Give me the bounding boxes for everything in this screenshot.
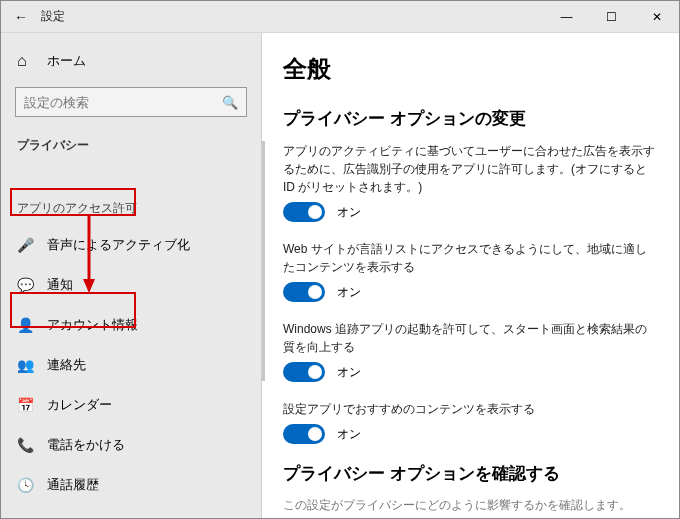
nav-phone[interactable]: 📞 電話をかける [1,425,261,465]
back-button[interactable]: ← [1,9,41,25]
toggle-label: オン [337,426,361,443]
nav-voice-activation[interactable]: 🎤 音声によるアクティブ化 [1,225,261,265]
toggle-row: オン [283,424,657,444]
toggle-row: オン [283,202,657,222]
close-button[interactable]: ✕ [634,1,679,33]
nav-label: アカウント情報 [47,316,138,334]
nav-label: 電話をかける [47,436,125,454]
history-icon: 🕓 [17,477,33,493]
option-desc: Web サイトが言語リストにアクセスできるようにして、地域に適したコンテンツを表… [283,240,657,276]
search-input[interactable] [24,95,222,110]
window-title: 設定 [41,8,65,25]
nav-mail[interactable]: ✉ メール [1,505,261,519]
sidebar-subhead: アプリのアクセス許可 [1,192,261,225]
search-box[interactable]: 🔍 [15,87,247,117]
toggle-suggested-content[interactable] [283,424,325,444]
nav-contacts[interactable]: 👥 連絡先 [1,345,261,385]
nav-notifications[interactable]: 💬 通知 [1,265,261,305]
search-icon: 🔍 [222,95,238,110]
option-desc: Windows 追跡アプリの起動を許可して、スタート画面と検索結果の質を向上する [283,320,657,356]
toggle-row: オン [283,362,657,382]
option-desc: 設定アプリでおすすめのコンテンツを表示する [283,400,657,418]
nav-account-info[interactable]: 👤 アカウント情報 [1,305,261,345]
toggle-app-launch-tracking[interactable] [283,362,325,382]
nav-call-history[interactable]: 🕓 通話履歴 [1,465,261,505]
toggle-row: オン [283,282,657,302]
page-heading: 全般 [283,53,657,85]
home-icon: ⌂ [17,52,33,70]
maximize-button[interactable]: ☐ [589,1,634,33]
account-icon: 👤 [17,317,33,333]
nav-label: 通知 [47,276,73,294]
notification-icon: 💬 [17,277,33,293]
nav-label: 音声によるアクティブ化 [47,236,190,254]
nav-calendar[interactable]: 📅 カレンダー [1,385,261,425]
calendar-icon: 📅 [17,397,33,413]
toggle-language-list[interactable] [283,282,325,302]
scrollbar[interactable] [262,141,265,381]
microphone-icon: 🎤 [17,237,33,253]
contacts-icon: 👥 [17,357,33,373]
section-title: プライバシー オプションを確認する [283,462,657,485]
sidebar-section: プライバシー [1,125,261,164]
toggle-label: オン [337,204,361,221]
toggle-ads-id[interactable] [283,202,325,222]
home-label: ホーム [47,52,86,70]
section-subtext: この設定がプライバシーにどのように影響するかを確認します。 [283,497,657,514]
nav-label: カレンダー [47,396,112,414]
minimize-button[interactable]: — [544,1,589,33]
nav-label: 通話履歴 [47,476,99,494]
main-panel: 全般 プライバシー オプションの変更 アプリのアクティビティに基づいてユーザーに… [261,33,679,518]
nav-label: 連絡先 [47,356,86,374]
home-nav[interactable]: ⌂ ホーム [1,43,261,79]
section-title: プライバシー オプションの変更 [283,107,657,130]
sidebar: ⌂ ホーム 🔍 プライバシー アプリのアクセス許可 🎤 音声によるアクティブ化 … [1,33,261,518]
toggle-label: オン [337,284,361,301]
phone-icon: 📞 [17,437,33,453]
toggle-label: オン [337,364,361,381]
option-desc: アプリのアクティビティに基づいてユーザーに合わせた広告を表示するために、広告識別… [283,142,657,196]
